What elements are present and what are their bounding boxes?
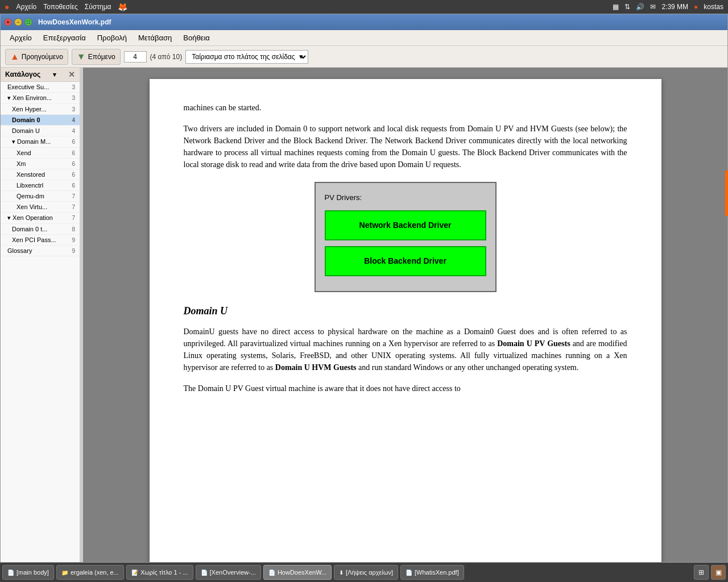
taskbar-end-icon: ⊞ bbox=[698, 568, 704, 576]
pdf-para2: DomainU guests have no direct access to … bbox=[184, 326, 627, 373]
sidebar-close-button[interactable]: ✕ bbox=[68, 70, 75, 79]
taskbar-end-btn2[interactable]: ▣ bbox=[711, 565, 726, 580]
taskbar-item-mainbody[interactable]: 📄 [main body] bbox=[2, 565, 54, 580]
next-button[interactable]: ▼ Επόμενο bbox=[72, 49, 121, 65]
sidebar-item-label: Libxenctrl bbox=[16, 182, 43, 189]
taskbar-end-btn1[interactable]: ⊞ bbox=[694, 565, 709, 580]
taskbar-item-downloads[interactable]: ⬇ [Λήψεις αρχείων] bbox=[334, 565, 398, 580]
sidebar-item-label: Domain U bbox=[12, 127, 40, 134]
sidebar-item-glossary[interactable]: Glossary 9 bbox=[1, 246, 80, 256]
places-menu[interactable]: Τοποθεσίες bbox=[43, 3, 78, 11]
system-menu[interactable]: Σύστημα bbox=[85, 3, 111, 11]
pdf-page: machines can be started. Two drivers are… bbox=[150, 79, 661, 562]
para2-start: DomainU guests have no direct access to … bbox=[184, 327, 627, 372]
sidebar-item-label: Xen Hyper... bbox=[12, 106, 47, 113]
menu-file[interactable]: Αρχείο bbox=[5, 32, 36, 44]
menu-navigate[interactable]: Μετάβαση bbox=[134, 32, 176, 44]
sidebar-item-domain0t[interactable]: Domain 0 t... 8 bbox=[1, 224, 80, 235]
diagram-box: PV Drivers: Network Backend Driver Block… bbox=[315, 182, 497, 292]
sidebar-item-label: Qemu-dm bbox=[16, 193, 44, 199]
sidebar-item-label: Xenstored bbox=[16, 171, 45, 178]
domain-u-heading: Domain U bbox=[184, 304, 627, 319]
sidebar-item-label: Executive Su... bbox=[7, 84, 49, 90]
taskbar-item-xenoverview[interactable]: 📄 [XenOverview-... bbox=[196, 565, 261, 580]
sidebar-item-label: Xen PCI Pass... bbox=[12, 236, 56, 243]
sidebar-item-xenstored[interactable]: Xenstored 6 bbox=[1, 169, 80, 180]
sidebar-item-xm[interactable]: Xm 6 bbox=[1, 159, 80, 169]
pdf-area[interactable]: machines can be started. Two drivers are… bbox=[83, 68, 727, 562]
sidebar-item-domain0[interactable]: Domain 0 4 bbox=[1, 115, 80, 126]
sidebar-item-label: Xm bbox=[16, 160, 26, 167]
taskbar-icon: 📄 bbox=[201, 569, 208, 576]
menu-view[interactable]: Προβολή bbox=[93, 32, 131, 44]
prev-button[interactable]: ▲ Προηγούμενο bbox=[5, 49, 68, 65]
sidebar-item-xen-pci[interactable]: Xen PCI Pass... 9 bbox=[1, 235, 80, 246]
taskbar-icon: 📄 bbox=[7, 569, 14, 576]
zoom-select[interactable]: Ταίριασμα στο πλάτος της σελίδας bbox=[185, 50, 308, 64]
taskbar-icon: 📄 bbox=[268, 569, 275, 576]
sidebar-item-label: Xen Virtu... bbox=[16, 203, 47, 210]
pdf-para1: Two drivers are included in Domain 0 to … bbox=[184, 123, 627, 171]
taskbar-label: [main body] bbox=[16, 569, 49, 576]
sidebar-dropdown-icon[interactable]: ▾ bbox=[53, 71, 56, 78]
taskbar-item-whatisxen[interactable]: 📄 [WhatisXen.pdf] bbox=[400, 565, 464, 580]
sidebar-page-num: 7 bbox=[72, 204, 75, 210]
system-bar-left: ● Αρχείο Τοποθεσίες Σύστημα 🦊 bbox=[5, 2, 127, 11]
ubuntu-icon[interactable]: ● bbox=[5, 2, 9, 11]
taskbar-label: ergaleia (xen, e... bbox=[71, 569, 119, 576]
taskbar-end: ⊞ ▣ bbox=[694, 565, 726, 580]
taskbar-icon: ⬇ bbox=[339, 569, 344, 576]
sidebar-item-domain-m[interactable]: ▾ Domain M... 6 bbox=[1, 136, 80, 148]
sidebar-item-domain-u[interactable]: Domain U 4 bbox=[1, 126, 80, 136]
sidebar-item-xen-hyper[interactable]: Xen Hyper... 3 bbox=[1, 104, 80, 115]
menu-edit[interactable]: Επεξεργασία bbox=[39, 32, 90, 44]
volume-icon: 🔊 bbox=[636, 3, 644, 11]
sidebar-item-xen-operation[interactable]: ▾ Xen Operation 7 bbox=[1, 213, 80, 224]
sidebar-page-num: 9 bbox=[72, 237, 75, 243]
taskbar-item-howdoesxen[interactable]: 📄 HowDoesXenW... bbox=[263, 565, 332, 580]
block-backend-driver-btn[interactable]: Block Backend Driver bbox=[325, 246, 486, 276]
firefox-icon[interactable]: 🦊 bbox=[118, 2, 127, 11]
diagram-container: PV Drivers: Network Backend Driver Block… bbox=[184, 182, 627, 292]
close-button[interactable]: × bbox=[4, 18, 12, 26]
sidebar-page-num: 6 bbox=[72, 182, 75, 189]
menu-help[interactable]: Βοήθεια bbox=[179, 32, 214, 44]
pv-drivers-label: PV Drivers: bbox=[325, 192, 486, 203]
scroll-accent bbox=[725, 171, 727, 216]
sidebar-item-executive[interactable]: Executive Su... 3 bbox=[1, 82, 80, 93]
sidebar-item-label: Domain 0 bbox=[12, 117, 40, 123]
sidebar-header: Κατάλογος ▾ ✕ bbox=[1, 68, 80, 82]
sidebar-item-label: Xend bbox=[16, 149, 31, 156]
sidebar: Κατάλογος ▾ ✕ Executive Su... 3 ▾ Xen En… bbox=[1, 68, 80, 562]
title-bar: × − □ HowDoesXenWork.pdf bbox=[1, 14, 727, 30]
sidebar-item-libxenctrl[interactable]: Libxenctrl 6 bbox=[1, 180, 80, 191]
minimize-button[interactable]: − bbox=[14, 18, 22, 26]
taskbar-icon: 📄 bbox=[406, 569, 412, 576]
apps-menu[interactable]: Αρχείο bbox=[16, 3, 36, 11]
sidebar-item-label: Domain 0 t... bbox=[12, 226, 47, 232]
maximize-button[interactable]: □ bbox=[24, 18, 32, 26]
main-area: Κατάλογος ▾ ✕ Executive Su... 3 ▾ Xen En… bbox=[1, 68, 727, 562]
sidebar-page-num: 8 bbox=[72, 226, 75, 232]
sidebar-page-num: 7 bbox=[72, 193, 75, 199]
pdf-para3: The Domain U PV Guest virtual machine is… bbox=[184, 383, 627, 394]
prev-arrow-icon: ▲ bbox=[10, 52, 19, 62]
taskbar-icon: 📝 bbox=[131, 569, 138, 576]
page-input[interactable] bbox=[124, 51, 147, 63]
taskbar-item-ergaleia[interactable]: 📁 ergaleia (xen, e... bbox=[56, 565, 124, 580]
sidebar-item-xend[interactable]: Xend 6 bbox=[1, 148, 80, 159]
sidebar-item-label: ▾ Domain M... bbox=[12, 138, 51, 146]
sidebar-item-label: Glossary bbox=[7, 247, 32, 254]
system-bar: ● Αρχείο Τοποθεσίες Σύστημα 🦊 ▦ ⇅ 🔊 ✉ 2:… bbox=[0, 0, 728, 14]
network-backend-driver-btn[interactable]: Network Backend Driver bbox=[325, 210, 486, 240]
battery-icon: ▦ bbox=[613, 3, 619, 11]
sidebar-page-num: 4 bbox=[72, 117, 75, 123]
sidebar-item-xen-virtu[interactable]: Xen Virtu... 7 bbox=[1, 202, 80, 213]
sidebar-item-xen-environ[interactable]: ▾ Xen Environ... 3 bbox=[1, 93, 80, 104]
prev-label: Προηγούμενο bbox=[22, 53, 63, 61]
sidebar-item-qemu-dm[interactable]: Qemu-dm 7 bbox=[1, 191, 80, 202]
sidebar-page-num: 6 bbox=[72, 150, 75, 156]
mail-icon: ✉ bbox=[650, 3, 656, 11]
taskbar-item-notitle[interactable]: 📝 Χωρίς τίτλο 1 - ... bbox=[126, 565, 193, 580]
sidebar-page-num: 7 bbox=[72, 215, 75, 221]
